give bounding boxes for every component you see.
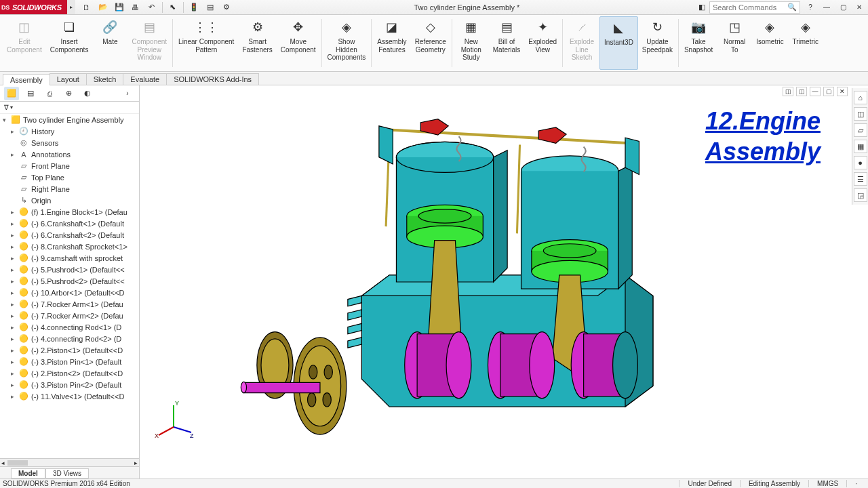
fm-tab-property[interactable]: ▤ [23, 87, 38, 100]
ribbon-instant3d[interactable]: ◣Instant3D [599, 16, 638, 70]
tree-item-4[interactable]: ▱Top Plane [0, 171, 139, 183]
qat-undo[interactable]: ↶ [144, 1, 159, 14]
tree-item-10[interactable]: ▸🟡(-) 8.Crankshaft Sprocket<1> [0, 241, 139, 252]
tab-assembly[interactable]: Assembly [3, 74, 50, 85]
tree-item-19[interactable]: ▸🟡(-) 2.Piston<1> (Default<<D [0, 344, 139, 356]
model-tab-model[interactable]: Model [11, 468, 45, 479]
tree-item-17[interactable]: ▸🟡(-) 4.connecting Rod<1> (D [0, 321, 139, 333]
tree-item-18[interactable]: ▸🟡(-) 4.connecting Rod<2> (D [0, 333, 139, 344]
ribbon-insert-components[interactable]: ❏InsertComponents [46, 16, 93, 70]
fm-tab-more[interactable]: › [120, 87, 135, 100]
qat-print[interactable]: 🖶 [128, 1, 143, 14]
ribbon-explode-line: ⟋ExplodeLineSketch [564, 16, 599, 70]
tree-item-1[interactable]: ◎Sensors [0, 137, 139, 148]
ribbon-trimetric[interactable]: ◈Trimetric [788, 16, 823, 70]
tree-item-22[interactable]: ▸🟡(-) 3.Piston Pin<2> (Default [0, 379, 139, 390]
tree-item-13[interactable]: ▸🟡(-) 5.Pushrod<2> (Default<< [0, 275, 139, 287]
ribbon-move-component[interactable]: ✥MoveComponent [277, 16, 320, 70]
tree-item-3[interactable]: ▱Front Plane [0, 160, 139, 171]
qat-select[interactable]: ⬉ [165, 1, 180, 14]
tab-evaluate[interactable]: Evaluate [123, 73, 167, 85]
ribbon-reference-geometry[interactable]: ◇ReferenceGeometry [411, 16, 450, 70]
qat-new[interactable]: 🗋 [79, 1, 94, 14]
graphics-viewport[interactable]: ◫ ◫ — ▢ ✕ [140, 85, 868, 479]
ribbon-assembly-features[interactable]: ◪AssemblyFeatures [373, 16, 410, 70]
taskpane-btn-0[interactable]: ⌂ [854, 91, 867, 104]
tree-item-9[interactable]: ▸🟡(-) 6.Crankshaft<2> (Default [0, 229, 139, 241]
svg-point-8 [543, 244, 596, 258]
viewport-split-2[interactable]: ◫ [796, 87, 807, 96]
svg-point-13 [308, 393, 316, 407]
qat-settings[interactable]: ⚙ [219, 1, 234, 14]
tree-item-5[interactable]: ▱Right Plane [0, 183, 139, 195]
tree-item-12[interactable]: ▸🟡(-) 5.Pushrod<1> (Default<< [0, 264, 139, 275]
exploded-view-icon: ✦ [533, 18, 552, 37]
tree-item-15[interactable]: ▸🟡(-) 7.Rocker Arm<1> (Defau [0, 298, 139, 310]
qat-options[interactable]: ▤ [203, 1, 218, 14]
fm-tab-dim[interactable]: ⊕ [61, 87, 76, 100]
taskpane-btn-6[interactable]: ◲ [854, 188, 867, 202]
qat-open[interactable]: 📂 [96, 1, 111, 14]
status-units[interactable]: MMGS [808, 480, 846, 487]
tree-item-16[interactable]: ▸🟡(-) 7.Rocker Arm<2> (Defau [0, 310, 139, 321]
close-button[interactable]: ✕ [853, 2, 865, 13]
viewport-close[interactable]: ✕ [837, 87, 848, 96]
status-bar: SOLIDWORKS Premium 2016 x64 Edition Unde… [0, 479, 868, 488]
viewport-max[interactable]: ▢ [823, 87, 834, 96]
taskpane-btn-1[interactable]: ◫ [854, 107, 867, 121]
tree-item-20[interactable]: ▸🟡(-) 3.Piston Pin<1> (Default [0, 356, 139, 367]
tree-item-0[interactable]: ▸🕘History [0, 125, 139, 137]
ribbon-new-motion[interactable]: ▦NewMotionStudy [454, 16, 489, 70]
tree-item-11[interactable]: ▸🟡(-) 9.camshaft with sprocket [0, 252, 139, 264]
fm-tab-config[interactable]: ⎙ [42, 87, 57, 100]
search-commands[interactable]: 🔍 [709, 1, 800, 14]
model-tab-3d-views[interactable]: 3D Views [45, 468, 89, 479]
ribbon-update-speedpak[interactable]: ↻UpdateSpeedpak [638, 16, 677, 70]
instant3d-label: Instant3D [604, 39, 633, 47]
tab-layout[interactable]: Layout [50, 73, 87, 85]
tree-item-8[interactable]: ▸🟡(-) 6.Crankshaft<1> (Default [0, 218, 139, 229]
viewport-split-1[interactable]: ◫ [783, 87, 793, 96]
help-button[interactable]: ? [804, 2, 816, 13]
tree-item-2[interactable]: ▸AAnnotations [0, 148, 139, 160]
ribbon-exploded-view[interactable]: ✦ExplodedView [524, 16, 561, 70]
tree-root[interactable]: ▾🟨Two cylinder Engine Assembly [0, 114, 139, 125]
ribbon-bom[interactable]: ▤Bill ofMaterials [489, 16, 525, 70]
ribbon-linear-pattern[interactable]: ⋮⋮Linear ComponentPattern [174, 16, 238, 70]
logo-dropdown[interactable]: ▸ [67, 0, 75, 14]
taskpane-btn-5[interactable]: ☰ [854, 172, 867, 186]
tab-sketch[interactable]: Sketch [86, 73, 124, 85]
taskpane-btn-3[interactable]: ▦ [854, 140, 867, 153]
minimize-button[interactable]: — [821, 2, 833, 13]
component-preview-icon: ▤ [140, 18, 159, 37]
view-triad[interactable]: Y Z X [153, 400, 194, 441]
taskpane-btn-2[interactable]: ▱ [854, 123, 867, 137]
tree-item-23[interactable]: ▸🟡(-) 11.Valve<1> (Default<<D [0, 390, 139, 402]
feature-filter[interactable]: ∇ ▾ [0, 102, 139, 114]
tab-solidworks-add-ins[interactable]: SOLIDWORKS Add-Ins [166, 73, 259, 85]
ribbon-smart-fasteners[interactable]: ⚙SmartFasteners [238, 16, 276, 70]
ribbon-mate[interactable]: 🔗Mate [92, 16, 127, 70]
tree-item-7[interactable]: ▸🟡(f) 1.Engine Block<1> (Defau [0, 206, 139, 218]
ribbon-take-snapshot[interactable]: 📷TakeSnapshot [680, 16, 717, 70]
update-speedpak-label: UpdateSpeedpak [642, 38, 673, 54]
tree-item-14[interactable]: ▸🟡(-) 10.Arbor<1> (Default<<D [0, 287, 139, 298]
ribbon-normal-to[interactable]: ◳NormalTo [717, 16, 752, 70]
ribbon-isometric[interactable]: ◈Isometric [752, 16, 788, 70]
fm-tab-display[interactable]: ◐ [80, 87, 95, 100]
status-more[interactable]: · [846, 480, 865, 487]
fm-tab-tree[interactable]: 🟨 [4, 87, 19, 100]
search-input[interactable] [710, 3, 785, 12]
maximize-button[interactable]: ▢ [837, 2, 849, 13]
search-icon[interactable]: 🔍 [785, 3, 800, 12]
tree-item-21[interactable]: ▸🟡(-) 2.Piston<2> (Default<<D [0, 367, 139, 379]
taskpane-btn-4[interactable]: ● [854, 156, 867, 169]
qat-rebuild[interactable]: 🚦 [186, 1, 201, 14]
viewport-min[interactable]: — [810, 87, 821, 96]
edit-component-label: EditComponent [7, 38, 42, 54]
qat-save[interactable]: 💾 [112, 1, 127, 14]
document-title: Two cylinder Engine Assembly * [238, 3, 696, 12]
tree-hscroll[interactable]: ◂ ▸ [0, 458, 139, 466]
ribbon-show-hidden[interactable]: ◈ShowHiddenComponents [323, 16, 370, 70]
tree-item-6[interactable]: ↳Origin [0, 195, 139, 206]
